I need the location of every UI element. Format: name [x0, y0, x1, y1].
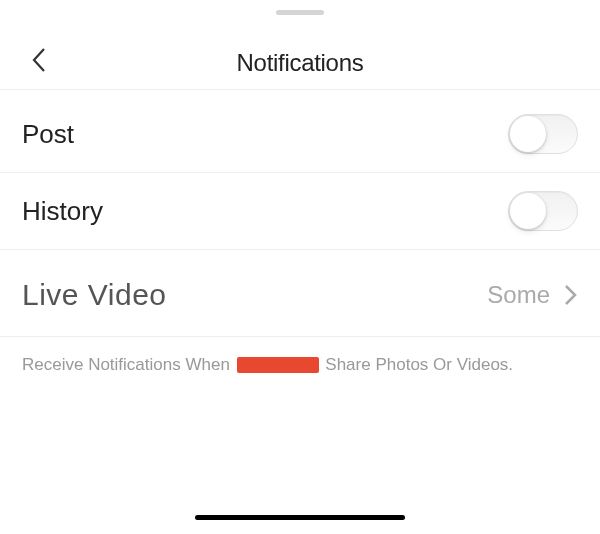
footer-suffix: Share Photos Or Videos. — [321, 355, 513, 374]
row-live-value: Some — [487, 281, 550, 309]
settings-list: Post History Live Video Some Receive Not… — [0, 90, 600, 393]
toggle-post[interactable] — [508, 114, 578, 154]
chevron-left-icon — [30, 46, 48, 74]
row-live-label: Live Video — [22, 278, 167, 312]
toggle-knob — [510, 116, 546, 152]
row-live-right: Some — [487, 281, 578, 309]
toggle-knob — [510, 193, 546, 229]
row-history-label: History — [22, 196, 103, 227]
footer-description: Receive Notifications When Share Photos … — [0, 337, 600, 393]
page-title: Notifications — [237, 49, 364, 77]
row-post: Post — [0, 90, 600, 173]
row-history: History — [0, 173, 600, 250]
home-indicator[interactable] — [195, 515, 405, 520]
footer-prefix: Receive Notifications When — [22, 355, 235, 374]
back-button[interactable] — [24, 45, 54, 75]
row-post-label: Post — [22, 119, 74, 150]
header: Notifications — [0, 0, 600, 90]
redacted-username — [237, 357, 319, 373]
toggle-history[interactable] — [508, 191, 578, 231]
chevron-right-icon — [564, 284, 578, 306]
row-live-video[interactable]: Live Video Some — [0, 250, 600, 337]
